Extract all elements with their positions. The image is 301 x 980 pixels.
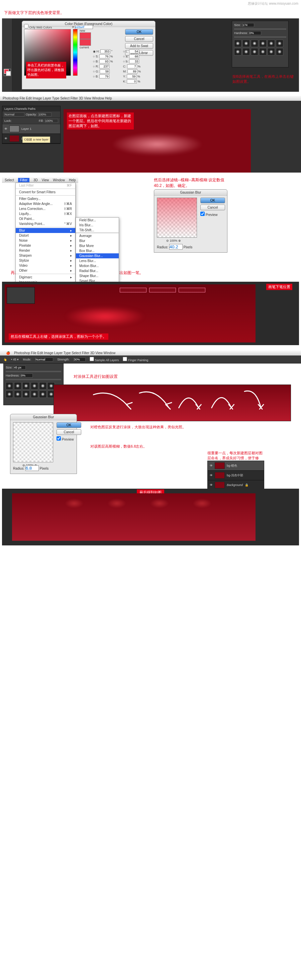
s-input[interactable] xyxy=(99,54,109,59)
section-4: 画笔下笔位置 然后在模糊工具上右键，选择涂抹工具，图标为一个小手。 xyxy=(2,282,299,345)
blur-submenu[interactable]: Field Blur...Iris Blur...Tilt-Shift...Av… xyxy=(75,217,119,289)
caption-1: 下面做文字下层的浅色渐变背景。 xyxy=(0,7,301,18)
l-input[interactable] xyxy=(129,49,139,53)
c-input[interactable] xyxy=(127,64,137,68)
sec5-note2: 对橙色图层反复进行涂抹，大致出现这种效果，类似光照。 xyxy=(90,425,186,430)
hardness-slider[interactable] xyxy=(234,37,286,38)
mini-layers-panel xyxy=(7,287,35,304)
b-input[interactable] xyxy=(99,59,109,64)
sec5-note1: 对涂抹工具进行如图设置 xyxy=(74,374,118,380)
fg-bg-swatch[interactable] xyxy=(4,69,11,76)
ps-toolbar xyxy=(2,19,12,91)
canvas-final xyxy=(12,493,256,541)
gb-preview-checkbox[interactable]: Preview xyxy=(200,213,218,216)
brush-position-label: 画笔下笔位置 xyxy=(266,284,292,290)
b-lab-input[interactable] xyxy=(129,59,139,64)
brush-hardness-input[interactable] xyxy=(249,31,261,35)
gb2-cancel-button[interactable]: Cancel xyxy=(56,429,81,435)
menubar[interactable]: Photoshop File Edit Image Layer Type Sel… xyxy=(0,96,301,101)
smudge-icon: 👆 xyxy=(3,358,7,361)
size-label: Size: xyxy=(234,23,241,27)
r-input[interactable] xyxy=(99,64,109,68)
filter-menu[interactable]: Last Filter⌘F Convert for Smart Filters … xyxy=(15,183,75,292)
menubar-3[interactable]: Select Filter 3D View Window Help xyxy=(2,177,78,183)
blend-mode-select[interactable] xyxy=(4,113,24,116)
gb2-ok-button[interactable]: OK xyxy=(56,422,81,428)
section-3: Select Filter 3D View Window Help Last F… xyxy=(0,177,301,264)
brush-size-input[interactable] xyxy=(242,23,254,27)
section-1: Color Picker (Foreground Color) new curr… xyxy=(2,18,299,92)
gb-preview xyxy=(157,197,197,238)
section-6: 最后得到如图 xyxy=(2,488,299,546)
smudge-arrows xyxy=(54,385,291,421)
gb-radius-input[interactable] xyxy=(169,244,183,250)
brush-note: 按B选择画笔工具，在画布上单击右键如图设置。 xyxy=(232,74,296,84)
gb-cancel-button[interactable]: Cancel xyxy=(200,205,225,210)
gb2-radius-input[interactable] xyxy=(26,465,39,471)
size-slider[interactable] xyxy=(234,29,286,30)
panel-tabs[interactable]: Layers Channels Paths xyxy=(2,106,60,111)
hex-field[interactable]: # xyxy=(72,25,93,29)
strength-input[interactable] xyxy=(74,358,86,361)
section-5: 🍎 Photoshop File Edit Image Layer Type S… xyxy=(0,350,301,484)
layer-row-layer1[interactable]: 👁Layer 1 xyxy=(2,124,60,134)
gb-zoom[interactable]: ⊖ 100% ⊕ xyxy=(166,239,181,242)
sec4-note: 然后在模糊工具上右键，选择涂抹工具，图标为一个小手。 xyxy=(9,334,108,340)
only-web-colors-checkbox[interactable]: Only Web Colors xyxy=(24,24,52,29)
canvas-5 xyxy=(53,385,291,421)
hardness-input-5[interactable] xyxy=(21,374,33,377)
layer-light-mid[interactable]: 👁bg-浅色中部 xyxy=(208,471,264,480)
layer-orange[interactable]: 👁bg-橙色 xyxy=(208,461,264,471)
m-input[interactable] xyxy=(127,69,138,73)
brush-position-markers xyxy=(120,288,205,293)
color-picker-dialog: Color Picker (Foreground Color) new curr… xyxy=(22,21,155,89)
finger-painting-checkbox[interactable]: Finger Painting xyxy=(123,357,148,362)
smudge-options-bar[interactable]: 👆 • 45 ▾ Mode: Strength: Sample All Laye… xyxy=(0,355,301,363)
opacity-input[interactable] xyxy=(38,113,51,116)
k-input[interactable] xyxy=(127,80,137,83)
a-input[interactable] xyxy=(129,54,139,59)
brush-thumbnails[interactable] xyxy=(234,40,286,56)
size-input-5[interactable] xyxy=(14,366,26,369)
gb2-preview-checkbox[interactable]: Preview xyxy=(56,438,74,441)
section-2: Photoshop File Edit Image Layer Type Sel… xyxy=(0,96,301,173)
cancel-button[interactable]: Cancel xyxy=(125,36,153,42)
menubar-5[interactable]: 🍎 Photoshop File Edit Image Layer Type S… xyxy=(0,350,301,355)
y-input[interactable] xyxy=(127,75,137,78)
g-input[interactable] xyxy=(100,69,110,73)
gb-ok-button[interactable]: OK xyxy=(200,197,225,203)
bc-input[interactable] xyxy=(99,75,109,78)
fill-input[interactable] xyxy=(45,119,58,123)
new-current-swatch: new current xyxy=(80,29,91,49)
watermark: 思缘设计论坛 www.missyuan.com xyxy=(0,0,301,7)
gb-preview-2 xyxy=(13,422,53,462)
hardness-label: Hardness: xyxy=(234,31,248,35)
brush-preset-panel: Size: Hardness: xyxy=(232,21,289,67)
new-layer-tooltip: C创建 a new layer xyxy=(22,137,50,143)
layers-panel: Layers Channels Paths Opacity: Lock: Fil… xyxy=(2,106,61,144)
hue-slider[interactable] xyxy=(73,29,78,76)
sec2-note: 在图层面板，点击新建图层图标，新建一个图层。然后在中间用画笔在新建的图层画两下，… xyxy=(67,113,134,129)
ok-button[interactable]: OK xyxy=(125,29,153,35)
sec5-note3: 对该图层高斯模糊，数值6.8左右。 xyxy=(90,444,147,449)
named-layers-panel: 👁bg-橙色 👁bg-浅色中部 👁Background🔒 xyxy=(207,461,264,490)
sec3-note: 然后选择滤镜--模糊--高斯模糊 设定数值40.2，如图。确定。 xyxy=(154,177,227,189)
gaussian-blur-dialog-2: Gaussian Blur ⊖ 100% ⊕ OK Cancel Preview… xyxy=(10,414,77,474)
gaussian-blur-dialog: Gaussian Blur ⊖ 100% ⊕ OK Cancel Preview… xyxy=(154,189,227,253)
h-input[interactable] xyxy=(100,49,110,53)
mode-select[interactable] xyxy=(35,358,53,361)
color-picker-note: 单击工具栏的前景色板，呼出颜色对话框，调整颜色如图。 xyxy=(26,62,66,78)
sample-all-checkbox[interactable]: Sample All Layers xyxy=(90,357,119,362)
apple-icon: 🍎 xyxy=(6,351,10,355)
add-swatch-button[interactable]: Add to Swat xyxy=(125,43,153,49)
